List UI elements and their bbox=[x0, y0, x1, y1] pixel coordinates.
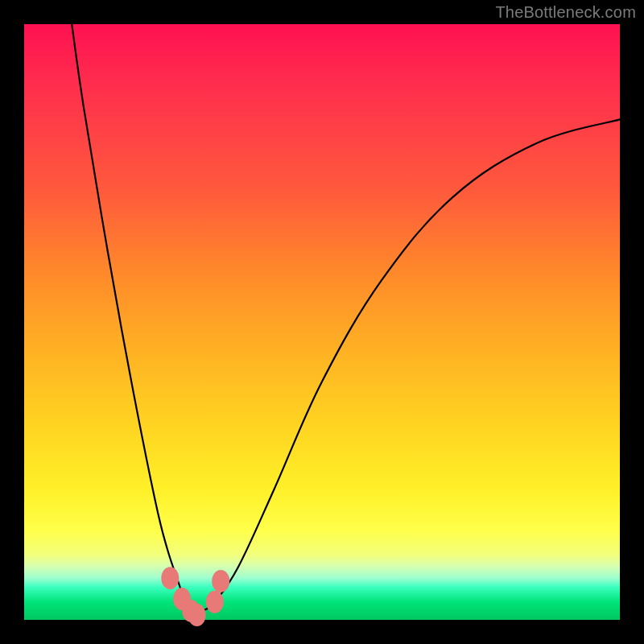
marker-group bbox=[161, 567, 229, 626]
curve-marker bbox=[188, 604, 206, 626]
curve-marker bbox=[206, 591, 224, 613]
curve-marker bbox=[212, 570, 229, 592]
chart-frame: TheBottleneck.com bbox=[0, 0, 644, 644]
watermark-text: TheBottleneck.com bbox=[495, 3, 636, 22]
curve-layer bbox=[24, 24, 620, 620]
curve-marker bbox=[161, 567, 179, 589]
bottleneck-curve bbox=[72, 24, 620, 615]
